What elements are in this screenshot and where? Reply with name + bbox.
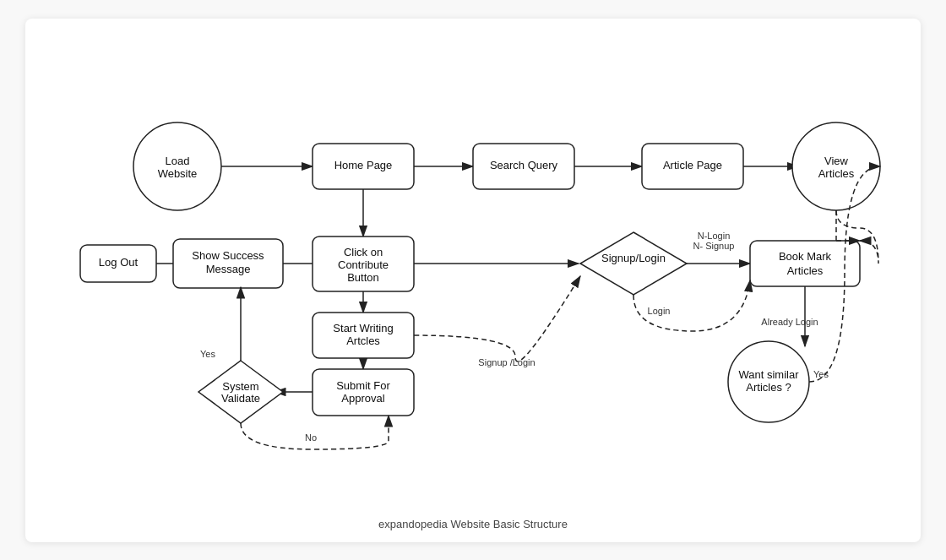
footer-label: expandopedia Website Basic Structure: [378, 518, 568, 530]
click-contribute-label3: Button: [347, 271, 379, 284]
click-contribute-label1: Click on: [344, 246, 383, 258]
n-signup-label: N- Signup: [693, 240, 735, 250]
signup-login-path-label: Signup /Login: [478, 356, 535, 367]
click-contribute-label2: Contribute: [338, 258, 389, 271]
login-label: Login: [648, 305, 671, 315]
home-page-label: Home Page: [334, 159, 393, 171]
want-similar-label2: Articles ?: [746, 381, 791, 394]
search-query-label: Search Query: [490, 159, 558, 171]
load-website-label2: Website: [158, 167, 198, 180]
bookmark-label1: Book Mark: [779, 250, 832, 263]
start-writing-label1: Start Writing: [333, 322, 393, 334]
log-out-label: Log Out: [99, 256, 139, 269]
system-validate-label1: System: [222, 380, 258, 393]
system-validate-label2: Validate: [221, 392, 260, 405]
yes-system-label: Yes: [200, 348, 215, 358]
view-articles-label2: Articles: [818, 167, 855, 180]
article-page-label: Article Page: [663, 159, 722, 171]
view-articles-label: View: [824, 155, 849, 167]
n-login-label: N-Login: [698, 230, 731, 240]
signup-login-label1: Signup/Login: [601, 252, 666, 264]
bookmark-node: [750, 241, 860, 286]
submit-approval-label1: Submit For: [336, 379, 390, 392]
show-success-label2: Message: [206, 263, 251, 275]
bookmark-label2: Articles: [787, 264, 824, 277]
already-login-label: Already Login: [761, 316, 818, 326]
page: Load Website Home Page Search Query Arti…: [0, 0, 946, 560]
diagram-card: Load Website Home Page Search Query Arti…: [25, 19, 921, 542]
no-label: No: [305, 432, 317, 442]
show-success-label1: Show Success: [192, 249, 264, 262]
start-writing-label2: Artcles: [346, 334, 380, 347]
want-similar-label1: Want similar: [738, 368, 799, 381]
load-website-label: Load: [166, 155, 190, 167]
submit-approval-label2: Approval: [341, 392, 384, 405]
